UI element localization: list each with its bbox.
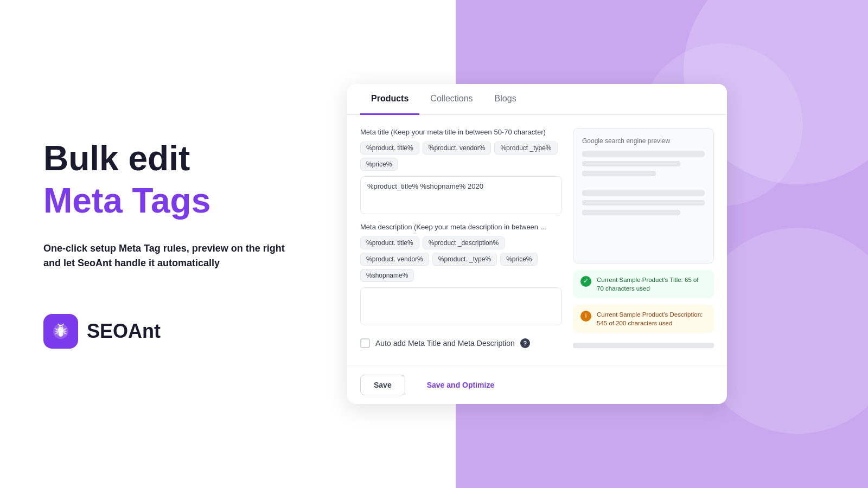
seoant-logo-icon: [50, 321, 71, 342]
preview-line-2: [582, 161, 680, 166]
save-optimize-button[interactable]: Save and Optimize: [414, 375, 507, 395]
svg-point-13: [60, 326, 61, 328]
tag-price[interactable]: %price%: [360, 158, 398, 171]
auto-add-label: Auto add Meta Title and Meta Description: [375, 339, 515, 348]
meta-description-input[interactable]: [360, 287, 562, 325]
left-form: Meta title (Keep your meta title in betw…: [360, 128, 562, 352]
left-panel: Bulk edit Meta Tags One-click setup Meta…: [0, 0, 347, 488]
save-button[interactable]: Save: [360, 375, 405, 395]
meta-description-section: Meta description (Keep your meta descrip…: [360, 223, 562, 325]
meta-title-section: Meta title (Keep your meta title in betw…: [360, 128, 562, 214]
tag-product-vendor[interactable]: %product. vendor%: [423, 142, 492, 155]
preview-line-3: [582, 171, 656, 176]
google-preview-box: Google search engine preview: [573, 128, 714, 264]
status-title-card: ✓ Current Sample Product's Title: 65 of …: [573, 270, 714, 298]
help-icon[interactable]: ?: [520, 338, 530, 348]
tag-desc-product-title[interactable]: %product. title%: [360, 236, 419, 249]
google-preview-title: Google search engine preview: [582, 137, 705, 145]
action-row: Save Save and Optimize: [347, 365, 727, 404]
tag-desc-product-type[interactable]: %product. _type%: [432, 253, 497, 266]
meta-description-label: Meta description (Keep your meta descrip…: [360, 223, 562, 231]
card-body: Meta title (Keep your meta title in betw…: [347, 115, 727, 365]
meta-title-tags: %product. title% %product. vendor% %prod…: [360, 142, 562, 171]
meta-title-label: Meta title (Keep your meta title in betw…: [360, 128, 562, 136]
meta-title-input[interactable]: [360, 176, 562, 214]
svg-point-14: [61, 326, 62, 328]
tab-blogs[interactable]: Blogs: [484, 84, 527, 115]
tag-product-title[interactable]: %product. title%: [360, 142, 419, 155]
status-title-text: Current Sample Product's Title: 65 of 70…: [597, 275, 706, 293]
preview-line-6: [582, 210, 680, 215]
headline-dark: Bulk edit: [43, 139, 304, 177]
tag-product-type[interactable]: %product _type%: [494, 142, 557, 155]
auto-add-row: Auto add Meta Title and Meta Description…: [360, 334, 562, 352]
preview-line-4: [582, 190, 705, 196]
status-description-card: i Current Sample Product's Description: …: [573, 305, 714, 333]
logo-icon: [43, 314, 78, 349]
tag-desc-product-vendor[interactable]: %product. vendor%: [360, 253, 429, 266]
tab-products[interactable]: Products: [360, 84, 419, 115]
headline-purple: Meta Tags: [43, 182, 304, 220]
success-icon: ✓: [580, 276, 591, 287]
tag-desc-price[interactable]: %price%: [500, 253, 538, 266]
logo-area: SEOAnt: [43, 314, 304, 349]
main-card: Products Collections Blogs Meta title (K…: [347, 84, 727, 404]
tag-desc-shopname[interactable]: %shopname%: [360, 269, 414, 282]
tag-desc-product-description[interactable]: %product _description%: [423, 236, 505, 249]
auto-add-checkbox[interactable]: [360, 338, 370, 348]
logo-text: SEOAnt: [87, 320, 161, 343]
preview-line-5: [582, 200, 705, 206]
preview-line-1: [582, 151, 705, 157]
right-preview: Google search engine preview ✓ Current S…: [573, 128, 714, 352]
status-filler-line: [573, 343, 714, 348]
svg-point-3: [59, 331, 63, 337]
subtitle-text: One-click setup Meta Tag rules, preview …: [43, 241, 304, 271]
meta-description-tags: %product. title% %product _description% …: [360, 236, 562, 282]
tabs-container: Products Collections Blogs: [347, 84, 727, 115]
tab-collections[interactable]: Collections: [419, 84, 483, 115]
status-description-text: Current Sample Product's Description: 54…: [597, 310, 706, 328]
warning-icon: i: [580, 311, 591, 322]
